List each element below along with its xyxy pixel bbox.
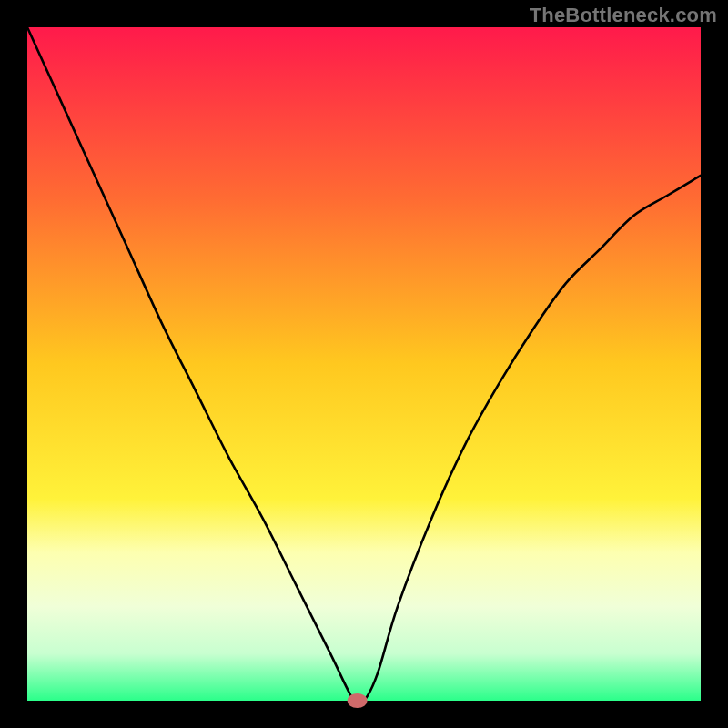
- chart-canvas: [0, 0, 728, 728]
- bottleneck-chart: TheBottleneck.com: [0, 0, 728, 728]
- optimal-point-marker: [348, 693, 368, 708]
- attribution-label: TheBottleneck.com: [530, 4, 717, 27]
- plot-background: [27, 27, 701, 701]
